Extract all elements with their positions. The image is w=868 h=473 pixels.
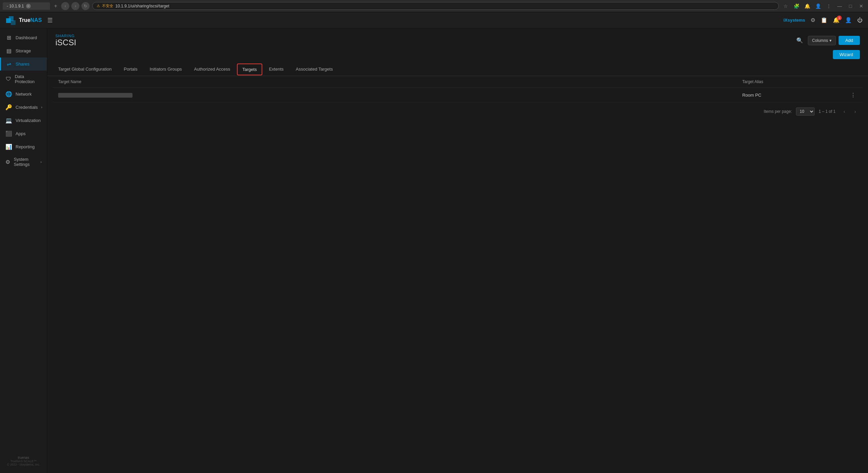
forward-button[interactable]: › bbox=[71, 2, 79, 10]
ixsystems-logo: iXsystems bbox=[783, 18, 805, 23]
truenas-logo-icon bbox=[5, 15, 16, 26]
browser-actions: ☆ 🧩 🔔 👤 ⋮ — □ ✕ bbox=[781, 2, 865, 10]
sidebar-item-label: Dashboard bbox=[16, 35, 37, 40]
sidebar-item-virtualization[interactable]: 💻 Virtualization bbox=[0, 114, 47, 127]
sidebar-item-data-protection[interactable]: 🛡 Data Protection bbox=[0, 71, 47, 88]
reporting-icon: 📊 bbox=[5, 144, 12, 150]
target-name-redacted bbox=[58, 93, 132, 98]
pagination-nav: ‹ › bbox=[840, 107, 860, 116]
tab-portals[interactable]: Portals bbox=[118, 63, 143, 76]
prev-page-button[interactable]: ‹ bbox=[840, 107, 849, 116]
sidebar-item-network[interactable]: 🌐 Network bbox=[0, 88, 47, 101]
dashboard-icon: ⊞ bbox=[5, 34, 12, 41]
tab-associated-targets[interactable]: Associated Targets bbox=[290, 63, 338, 76]
sidebar-item-storage[interactable]: ▤ Storage bbox=[0, 44, 47, 57]
new-tab-button[interactable]: + bbox=[53, 3, 58, 9]
maximize-button[interactable]: □ bbox=[846, 2, 854, 10]
notification-badge: 1 bbox=[837, 16, 842, 20]
profile-button[interactable]: 👤 bbox=[814, 2, 822, 10]
items-per-page-label: Items per page: bbox=[764, 109, 792, 114]
svg-rect-1 bbox=[9, 16, 14, 21]
sidebar-item-label: Reporting bbox=[16, 144, 34, 149]
close-button[interactable]: ✕ bbox=[857, 2, 865, 10]
apps-icon: ⬛ bbox=[5, 130, 12, 137]
sidebar-item-apps[interactable]: ⬛ Apps bbox=[0, 127, 47, 140]
warning-text: 不安全 bbox=[102, 3, 113, 8]
settings-button[interactable]: ⚙ bbox=[811, 17, 815, 23]
sidebar-item-label: Network bbox=[16, 92, 32, 97]
system-settings-chevron: › bbox=[41, 160, 42, 164]
tab-initiators-groups[interactable]: Initiators Groups bbox=[144, 63, 187, 76]
url-text: 10.1.9.1/ui/sharing/iscsi/target bbox=[115, 4, 169, 8]
add-button[interactable]: Add bbox=[839, 36, 860, 45]
notification-bell[interactable]: 🔔 bbox=[803, 2, 811, 10]
page-title-area: SHARING iSCSI bbox=[55, 34, 76, 47]
column-header-target-name: Target Name bbox=[58, 79, 742, 84]
toolbar-row: Wizard bbox=[47, 47, 868, 59]
row-actions: ⋮ bbox=[844, 91, 857, 99]
power-button[interactable]: ⏻ bbox=[857, 17, 863, 23]
docs-button[interactable]: 📋 bbox=[821, 17, 827, 23]
table-header-row: Target Name Target Alias bbox=[53, 76, 863, 88]
sidebar-footer: truenas TrueNAS SCALE™ © 2022 - iXsystem… bbox=[0, 452, 47, 470]
tab-extents[interactable]: Extents bbox=[264, 63, 289, 76]
sidebar-item-system-settings[interactable]: ⚙ System Settings › bbox=[0, 153, 47, 170]
browser-chrome: - 10.1.9.1 ✕ + ‹ › ↻ ⚠ 不安全 10.1.9.1/ui/s… bbox=[0, 0, 868, 12]
logo-area: TrueNAS bbox=[5, 15, 42, 26]
sidebar-item-label: System Settings bbox=[14, 157, 37, 167]
reload-button[interactable]: ↻ bbox=[81, 2, 90, 10]
sidebar-item-label: Virtualization bbox=[16, 118, 41, 123]
column-header-target-alias: Target Alias bbox=[742, 79, 844, 84]
app-header-right: iXsystems ⚙ 📋 🔔 1 👤 ⏻ bbox=[783, 17, 863, 23]
shares-icon: ⇌ bbox=[5, 61, 12, 67]
tab-targets[interactable]: Targets bbox=[237, 64, 262, 75]
next-page-button[interactable]: › bbox=[850, 107, 860, 116]
minimize-button[interactable]: — bbox=[836, 2, 844, 10]
sidebar-item-dashboard[interactable]: ⊞ Dashboard bbox=[0, 31, 47, 44]
security-warning: ⚠ bbox=[97, 4, 100, 8]
items-per-page-select[interactable]: 10 25 50 100 bbox=[796, 107, 815, 116]
extensions-button[interactable]: 🧩 bbox=[792, 2, 800, 10]
app-header: TrueNAS ☰ iXsystems ⚙ 📋 🔔 1 👤 ⏻ bbox=[0, 12, 868, 28]
tab-close-button[interactable]: ✕ bbox=[26, 4, 31, 8]
page-header: SHARING iSCSI 🔍 Columns ▾ Add bbox=[47, 28, 868, 47]
sidebar-item-shares[interactable]: ⇌ Shares bbox=[0, 57, 47, 71]
data-protection-icon: 🛡 bbox=[5, 76, 11, 82]
page-actions: 🔍 Columns ▾ Add bbox=[794, 34, 860, 46]
columns-chevron-icon: ▾ bbox=[829, 38, 831, 43]
sidebar-item-label: Apps bbox=[16, 131, 26, 136]
columns-button[interactable]: Columns ▾ bbox=[808, 36, 836, 45]
tabs-container: Target Global Configuration Portals Init… bbox=[47, 63, 868, 76]
row-menu-button[interactable]: ⋮ bbox=[849, 91, 857, 99]
sidebar-item-label: Storage bbox=[16, 48, 31, 53]
page-title: iSCSI bbox=[55, 38, 76, 47]
sidebar-item-label: Data Protection bbox=[15, 74, 42, 84]
search-button[interactable]: 🔍 bbox=[794, 35, 805, 46]
sidebar-footer-logo: truenas bbox=[5, 456, 42, 459]
sidebar-item-reporting[interactable]: 📊 Reporting bbox=[0, 140, 47, 153]
wizard-button[interactable]: Wizard bbox=[833, 50, 860, 59]
tab-target-global-configuration[interactable]: Target Global Configuration bbox=[53, 63, 117, 76]
browser-tab[interactable]: - 10.1.9.1 ✕ bbox=[3, 2, 50, 10]
virtualization-icon: 💻 bbox=[5, 117, 12, 124]
bookmark-button[interactable]: ☆ bbox=[781, 2, 790, 10]
notifications-button[interactable]: 🔔 1 bbox=[833, 17, 840, 23]
sidebar-item-credentials[interactable]: 🔑 Credentials › bbox=[0, 101, 47, 114]
sidebar-item-label: Credentials bbox=[16, 105, 38, 110]
back-button[interactable]: ‹ bbox=[61, 2, 69, 10]
pagination-range: 1 – 1 of 1 bbox=[819, 109, 836, 114]
target-alias-cell: Room PC bbox=[742, 93, 844, 98]
user-button[interactable]: 👤 bbox=[845, 17, 852, 23]
storage-icon: ▤ bbox=[5, 48, 12, 54]
hamburger-menu[interactable]: ☰ bbox=[47, 17, 53, 24]
address-bar[interactable]: ⚠ 不安全 10.1.9.1/ui/sharing/iscsi/target bbox=[92, 2, 779, 10]
sidebar-footer-copyright: © 2022 - iXsystems, Inc. bbox=[5, 463, 42, 466]
tab-authorized-access[interactable]: Authorized Access bbox=[189, 63, 236, 76]
credentials-icon: 🔑 bbox=[5, 104, 12, 110]
table-row: Room PC ⋮ bbox=[53, 88, 863, 103]
table-container: Target Name Target Alias Room PC ⋮ bbox=[53, 76, 863, 103]
system-settings-icon: ⚙ bbox=[5, 159, 10, 165]
sidebar: ⊞ Dashboard ▤ Storage ⇌ Shares 🛡 Data Pr… bbox=[0, 28, 47, 473]
menu-button[interactable]: ⋮ bbox=[825, 2, 833, 10]
app-header-left: TrueNAS ☰ bbox=[5, 15, 53, 26]
